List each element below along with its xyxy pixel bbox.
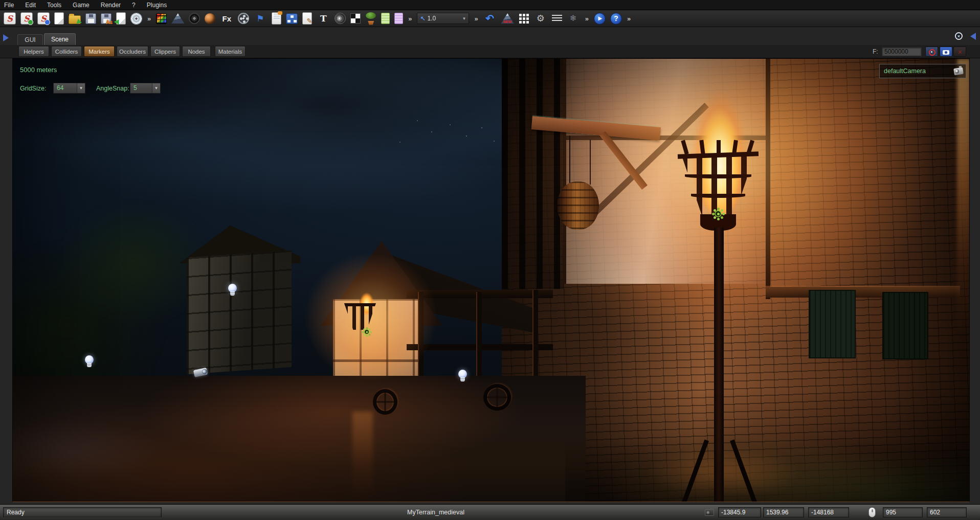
viewport-3d[interactable]: 5000 meters GridSize: 64 ▼ AngleSnap: 5 …	[12, 58, 970, 502]
import-icon[interactable]	[116, 12, 126, 25]
left-house	[187, 251, 292, 374]
overflow-chevron[interactable]: »	[585, 15, 589, 22]
camera-icon	[953, 67, 964, 75]
console-lines-icon[interactable]	[552, 15, 562, 22]
rubiks-cube-icon[interactable]	[156, 13, 167, 24]
mode-button-occluders[interactable]: Occluders	[117, 46, 148, 57]
tab-scene[interactable]: Scene	[44, 33, 76, 45]
speed-select[interactable]: ↖1.0▼	[417, 13, 469, 24]
world-icon[interactable]: ×	[955, 32, 963, 40]
app-logo-icon[interactable]: S	[4, 12, 16, 25]
menu-tools[interactable]: Tools	[47, 2, 61, 9]
menu-?[interactable]: ?	[132, 2, 136, 9]
notepad-icon[interactable]: ✎	[302, 12, 312, 25]
grid-icon[interactable]	[519, 13, 529, 24]
gridsize-dropdown[interactable]: 64 ▼	[53, 83, 85, 94]
light-bulb-gizmo[interactable]	[228, 284, 237, 296]
waypoint-flag-icon[interactable]: ⚑	[254, 12, 267, 25]
mode-button-colliders[interactable]: Colliders	[51, 46, 82, 57]
menu-bar: FileEditToolsGameRender?Plugins	[0, 0, 980, 10]
app-logo-save-icon[interactable]: S	[37, 12, 50, 25]
terrain-name-label: MyTerrain_medieval	[407, 509, 464, 516]
status-message: Ready	[3, 507, 162, 517]
anglesnap-dropdown[interactable]: 5 ▼	[130, 83, 161, 94]
overflow-chevron[interactable]: »	[408, 15, 412, 22]
environment-checker-icon[interactable]	[350, 13, 361, 24]
particle-emitter-gizmo[interactable]	[361, 326, 373, 338]
chevron-down-icon[interactable]: ▼	[462, 16, 466, 21]
help-icon[interactable]: ?	[610, 13, 622, 25]
main-toolbar: SSSAs»Fx⚑✎T»↖1.0▼»↶NEW⚙❄»▶?»	[0, 10, 980, 27]
tab-gui[interactable]: GUI	[17, 34, 43, 45]
status-bar: Ready MyTerrain_medieval -13845.91539.96…	[0, 504, 980, 520]
settings-gear-icon[interactable]: ⚙	[534, 12, 547, 25]
menu-edit[interactable]: Edit	[25, 2, 36, 9]
menu-game[interactable]: Game	[73, 2, 90, 9]
screenshot-camera-button[interactable]	[940, 47, 952, 57]
film-reel-icon[interactable]	[238, 13, 249, 24]
camera-icon	[705, 509, 714, 516]
light-bulb-gizmo[interactable]	[458, 370, 467, 382]
expand-panel-arrow-icon[interactable]	[3, 34, 9, 41]
open-folder-icon[interactable]	[69, 15, 81, 24]
terrain-icon[interactable]	[171, 13, 184, 24]
mode-button-helpers[interactable]: Helpers	[18, 46, 49, 57]
active-camera-name: defaultCamera	[880, 67, 954, 75]
snowflake-icon[interactable]: ❄	[567, 12, 580, 25]
script-icon[interactable]	[272, 12, 281, 25]
overflow-chevron[interactable]: »	[147, 15, 151, 22]
light-bulb-gizmo[interactable]	[85, 355, 94, 368]
app-logo-open-icon[interactable]: S	[20, 12, 33, 25]
f-range-label: F:	[873, 48, 878, 55]
export-cd-icon[interactable]	[130, 13, 142, 25]
new-file-icon[interactable]	[54, 12, 64, 25]
menu-render[interactable]: Render	[101, 2, 121, 9]
active-camera-box[interactable]: defaultCamera	[879, 64, 966, 78]
undo-icon[interactable]: ↶	[483, 12, 497, 25]
menu-file[interactable]: File	[4, 2, 14, 9]
overflow-chevron[interactable]: »	[474, 15, 478, 22]
green-note-icon[interactable]	[381, 13, 390, 24]
light-reflection	[647, 447, 800, 499]
focus-target-button[interactable]	[925, 47, 938, 57]
camera-coord-y: 1539.96	[763, 507, 804, 517]
mode-button-nodes[interactable]: Nodes	[182, 46, 211, 57]
tire-wheel-icon[interactable]	[189, 13, 200, 24]
camera-coord-z: -148168	[808, 507, 849, 517]
chevron-down-icon[interactable]: ▼	[152, 83, 160, 93]
menu-plugins[interactable]: Plugins	[147, 2, 167, 9]
anglesnap-label: AngleSnap:	[96, 85, 129, 92]
mode-button-clippers[interactable]: Clippers	[150, 46, 180, 57]
sound-icon[interactable]	[335, 13, 346, 24]
fx-icon[interactable]: Fx	[220, 12, 233, 25]
cursor-speed-icon: ↖	[420, 15, 425, 22]
clear-button[interactable]: ×	[953, 47, 966, 57]
tab-strip: GUIScene ×	[0, 27, 980, 45]
vegetation-icon[interactable]	[365, 12, 376, 25]
mode-button-materials[interactable]: Materials	[215, 46, 246, 57]
mouse-icon	[868, 507, 876, 517]
scene-mode-bar: F: × HelpersCollidersMarkersOccludersCli…	[0, 45, 980, 58]
save-icon[interactable]	[85, 13, 96, 24]
planet-icon[interactable]	[205, 13, 215, 24]
save-as-icon[interactable]: As	[101, 13, 112, 24]
text-icon[interactable]: T	[317, 12, 330, 25]
mouse-coord-y: 602	[927, 507, 967, 517]
lit-wall-edge	[957, 59, 969, 335]
scene-render	[13, 59, 969, 502]
play-icon[interactable]: ▶	[594, 13, 606, 25]
light-reflection	[352, 412, 373, 502]
f-range-input[interactable]	[882, 47, 922, 56]
mode-button-markers[interactable]: Markers	[84, 46, 115, 57]
collapse-panel-arrow-icon[interactable]	[970, 33, 976, 40]
node-tree-icon[interactable]	[286, 13, 298, 24]
chevron-down-icon[interactable]: ▼	[77, 83, 85, 93]
purple-note-icon[interactable]	[394, 13, 403, 24]
speed-value: 1.0	[428, 15, 460, 22]
view-range-label: 5000 meters	[20, 66, 57, 74]
gridsize-label: GridSize:	[20, 85, 46, 92]
particle-emitter-gizmo[interactable]	[710, 206, 726, 221]
overflow-chevron[interactable]: »	[627, 15, 631, 22]
terrain-new-icon[interactable]: NEW	[501, 13, 514, 24]
brazier-pole	[714, 228, 724, 502]
